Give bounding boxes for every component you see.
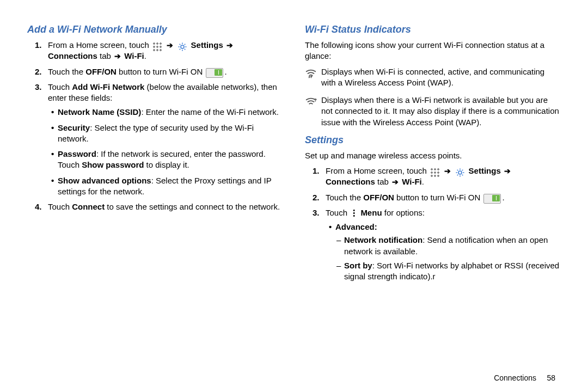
svg-point-2 bbox=[458, 171, 462, 174]
footer-section: Connections bbox=[494, 373, 536, 382]
add-wifi-label: Add Wi-Fi Network bbox=[72, 82, 144, 91]
settings-label: Settings bbox=[469, 166, 503, 175]
wifi-status-connected: Displays when Wi-Fi is connected, active… bbox=[305, 66, 561, 89]
text: to save the settings and connect to the … bbox=[105, 202, 280, 211]
menu-dots-icon: ••• bbox=[351, 209, 357, 217]
bullet-ssid: Network Name (SSID): Enter the name of t… bbox=[58, 107, 283, 118]
period: . bbox=[144, 51, 146, 60]
text: Touch the bbox=[48, 67, 85, 76]
arrow-icon: ➔ bbox=[444, 166, 451, 176]
apps-grid-icon bbox=[430, 168, 440, 177]
text: From a Home screen, touch bbox=[48, 40, 151, 50]
left-step-4: 4. Touch Connect to save the settings an… bbox=[48, 201, 283, 212]
apps-grid-icon bbox=[152, 42, 162, 52]
settings-label: Settings bbox=[191, 40, 225, 50]
wifi-active-icon bbox=[305, 68, 317, 79]
svg-text:?: ? bbox=[314, 97, 317, 103]
show-password-label: Show password bbox=[82, 160, 144, 169]
connections-label: Connections bbox=[48, 51, 97, 60]
arrow-icon: ➔ bbox=[504, 166, 511, 176]
text: : Enter the name of the Wi-Fi network. bbox=[141, 107, 279, 117]
text: From a Home screen, touch bbox=[326, 166, 429, 175]
wifi-label: Wi-Fi bbox=[402, 177, 422, 186]
right-step-2: 2. Touch the OFF/ON button to turn Wi-Fi… bbox=[326, 192, 561, 203]
heading-wifi-status: Wi-Fi Status Indicators bbox=[305, 24, 561, 35]
wifi-label: Wi-Fi bbox=[124, 51, 144, 60]
wifi-available-icon: ? bbox=[305, 96, 317, 108]
label: Show advanced options bbox=[58, 176, 151, 185]
text: button to turn Wi-Fi ON bbox=[117, 67, 205, 76]
dash-sort-by: Sort by: Sort Wi-Fi networks by alphabet… bbox=[344, 260, 561, 283]
settings-intro: Set up and manage wireless access points… bbox=[305, 150, 561, 161]
arrow-icon: ➔ bbox=[167, 40, 173, 51]
text: Touch bbox=[48, 82, 72, 91]
heading-add-wifi: Add a Wi-Fi Network Manually bbox=[27, 24, 283, 35]
period: . bbox=[224, 67, 226, 76]
wifi-status-connected-text: Displays when Wi-Fi is connected, active… bbox=[321, 66, 561, 89]
label: Network notification bbox=[344, 235, 422, 244]
offon-label: OFF/ON bbox=[363, 193, 394, 202]
page-footer: Connections 58 bbox=[494, 373, 555, 382]
heading-settings: Settings bbox=[305, 134, 561, 146]
text: Touch bbox=[48, 202, 72, 211]
wifi-status-available-text: Displays when there is a Wi-Fi network i… bbox=[321, 95, 561, 128]
arrow-icon: ➔ bbox=[226, 40, 233, 51]
label: Network Name (SSID) bbox=[58, 107, 141, 117]
label: Security bbox=[58, 123, 90, 132]
left-step-1: 1. From a Home screen, touch ➔ Settings … bbox=[48, 40, 283, 62]
bullet-security: Security: Select the type of security us… bbox=[58, 122, 283, 145]
menu-label: Menu bbox=[360, 208, 382, 217]
connections-label: Connections bbox=[326, 177, 375, 186]
bullet-advanced: Show advanced options: Select the Proxy … bbox=[58, 175, 283, 198]
period: . bbox=[502, 193, 504, 202]
text: for options: bbox=[382, 208, 425, 217]
wifi-status-available: ? Displays when there is a Wi-Fi network… bbox=[305, 95, 561, 128]
advanced-label: Advanced: bbox=[335, 222, 377, 231]
label: Sort by bbox=[344, 261, 372, 270]
bullet-advanced-options: Advanced: Network notification: Send a n… bbox=[335, 222, 561, 282]
toggle-on-icon bbox=[206, 68, 223, 78]
svg-point-0 bbox=[181, 45, 184, 48]
text: tab bbox=[375, 177, 391, 186]
settings-gear-icon bbox=[177, 42, 187, 52]
right-step-1: 1. From a Home screen, touch ➔ Settings … bbox=[326, 166, 561, 188]
text: tab bbox=[97, 51, 113, 60]
bullet-password: Password: If the network is secured, ent… bbox=[58, 149, 283, 171]
text: Touch bbox=[326, 208, 350, 217]
period: . bbox=[422, 177, 424, 186]
text: to display it. bbox=[144, 160, 189, 169]
arrow-icon: ➔ bbox=[114, 51, 121, 62]
toggle-on-icon bbox=[483, 194, 501, 204]
arrow-icon: ➔ bbox=[392, 177, 399, 187]
offon-label: OFF/ON bbox=[85, 67, 117, 76]
text: Touch the bbox=[326, 193, 363, 202]
dash-network-notification: Network notification: Send a notificatio… bbox=[344, 235, 561, 257]
left-step-2: 2. Touch the OFF/ON button to turn Wi-Fi… bbox=[48, 66, 283, 77]
left-step-3: 3. Touch Add Wi-Fi Network (below the av… bbox=[48, 82, 283, 197]
footer-page-number: 58 bbox=[547, 373, 555, 382]
status-intro: The following icons show your current Wi… bbox=[305, 40, 561, 62]
connect-label: Connect bbox=[72, 202, 105, 211]
label: Password bbox=[58, 149, 96, 158]
text: : Sort Wi-Fi networks by alphabet or RSS… bbox=[344, 261, 559, 281]
text: button to turn Wi-Fi ON bbox=[394, 193, 483, 202]
settings-gear-icon bbox=[455, 168, 465, 177]
right-step-3: 3. Touch ••• Menu for options: Advanced:… bbox=[326, 207, 561, 283]
